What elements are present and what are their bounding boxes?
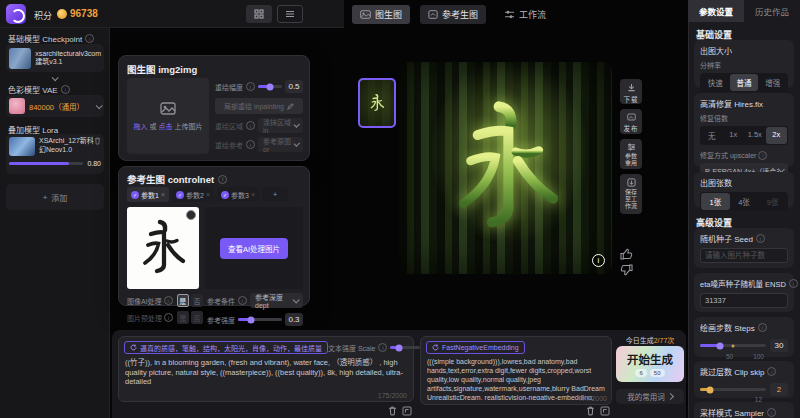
close-icon[interactable]: ×: [161, 191, 165, 198]
info-icon[interactable]: i: [758, 323, 767, 332]
controlnet-panel: 参考生图 controlnet i ✓参数1× ✓参数2× ✓参数3× + 查看…: [118, 166, 310, 306]
pencil-icon: [287, 103, 294, 110]
chevron-right-icon: [667, 393, 674, 400]
info-icon[interactable]: i: [218, 175, 227, 184]
generated-image[interactable]: i: [399, 62, 612, 274]
generate-button[interactable]: 开始生成 6 50: [616, 346, 684, 382]
menu-button[interactable]: [277, 5, 303, 23]
points-value[interactable]: 96738: [70, 8, 98, 19]
negative-prompt-chip[interactable]: FastNegativeEmbedding: [426, 341, 525, 354]
lora-weight[interactable]: 0.80: [87, 160, 101, 167]
close-icon[interactable]: ×: [251, 191, 255, 198]
save-to-workflow-button[interactable]: 保存至工作流: [620, 174, 642, 214]
tab-history[interactable]: 历史作品: [744, 0, 800, 22]
info-icon[interactable]: i: [767, 367, 776, 376]
hires-none[interactable]: 无: [701, 127, 723, 144]
trash-icon[interactable]: [388, 406, 397, 416]
ai-process-yes-button[interactable]: 是: [177, 294, 189, 307]
image-settings-button[interactable]: [186, 210, 196, 220]
download-button[interactable]: 下载: [620, 79, 642, 104]
inpainting-button[interactable]: 局部重绘 inpainting: [215, 98, 303, 114]
positive-char-count: 175/2000: [378, 392, 407, 399]
ai-process-no-button[interactable]: 否: [191, 294, 203, 307]
grid-view-button[interactable]: [246, 5, 272, 23]
hires-15x[interactable]: 1.5x: [744, 127, 766, 144]
steps-slider[interactable]: [700, 344, 766, 347]
steps-value[interactable]: 30: [770, 339, 788, 352]
ensd-input[interactable]: [700, 293, 788, 308]
view-ai-image-button[interactable]: 查看AI处理图片: [220, 238, 288, 259]
positive-prompt-chip[interactable]: 逼真的质感，笔触，结构，太阳光，肖像，动作，最佳质量: [124, 341, 328, 354]
positive-prompt-text[interactable]: ((竹子)), in a blooming garden, (fresh and…: [119, 354, 413, 390]
app-logo[interactable]: [6, 4, 26, 24]
steps-title: 绘画步数 Steps i: [700, 322, 788, 333]
vae-card[interactable]: 840000（通用）: [6, 95, 104, 117]
info-icon[interactable]: i: [789, 279, 798, 288]
info-icon[interactable]: i: [756, 234, 765, 243]
checkpoint-thumbnail: [9, 48, 31, 69]
redraw-area-select[interactable]: 涂抹区域 in: [258, 118, 303, 133]
tab-img2img[interactable]: 图生图: [352, 5, 410, 24]
controlnet-tab-3[interactable]: ✓参数3×: [217, 187, 259, 202]
expand-icon[interactable]: [600, 406, 610, 416]
trash-icon[interactable]: [586, 406, 595, 416]
reuse-params-button[interactable]: 参数重用: [620, 139, 642, 169]
info-icon[interactable]: i: [238, 296, 247, 305]
tab-reference[interactable]: 参考生图: [420, 5, 486, 24]
clip-skip-value[interactable]: 2: [770, 383, 788, 396]
thumbs-up-icon[interactable]: [620, 248, 633, 260]
add-model-button[interactable]: + 添加: [6, 184, 104, 210]
hires-2x[interactable]: 2x: [766, 127, 788, 144]
quota-value: 2/77次: [654, 337, 675, 344]
expand-icon[interactable]: [402, 406, 412, 416]
strength-slider[interactable]: [238, 318, 282, 321]
plus-icon: +: [273, 191, 277, 198]
upload-click-text: 点击: [158, 123, 172, 130]
controlnet-add-tab[interactable]: +: [262, 187, 288, 202]
info-icon[interactable]: i: [164, 296, 173, 305]
condition-select[interactable]: 参考深度 dept: [250, 293, 303, 308]
count-4[interactable]: 4张: [730, 193, 759, 210]
info-icon[interactable]: i: [85, 34, 94, 43]
tab-workflow[interactable]: 工作流: [496, 5, 554, 24]
checkpoint-card[interactable]: xsarchitecturalv3com建筑v3.1: [6, 44, 104, 72]
chevron-down-icon[interactable]: [96, 102, 103, 109]
scale-slider[interactable]: [390, 346, 420, 349]
trash-icon[interactable]: [94, 137, 101, 145]
info-icon[interactable]: i: [61, 85, 70, 94]
info-icon[interactable]: i: [767, 408, 776, 417]
denoise-slider[interactable]: [258, 85, 282, 88]
controlnet-tab-2[interactable]: ✓参数2×: [172, 187, 214, 202]
clip-skip-slider[interactable]: [700, 388, 766, 391]
thumbs-down-icon[interactable]: [620, 264, 633, 276]
close-icon[interactable]: ×: [206, 191, 210, 198]
upload-dropzone[interactable]: 拖入 或 点击 上传图片: [127, 78, 209, 154]
resolution-normal[interactable]: 普通: [730, 74, 759, 91]
resolution-enhanced[interactable]: 增强: [758, 74, 787, 91]
seed-input[interactable]: [700, 248, 788, 263]
negative-prompt-text[interactable]: (((simple background))),lowres,bad anato…: [421, 354, 611, 400]
redraw-ref-select[interactable]: 参考原图 or: [258, 137, 303, 152]
controlnet-tab-1[interactable]: ✓参数1×: [127, 187, 169, 202]
redraw-ref-row: 重绘参考 i 参考原图 or: [215, 137, 303, 152]
strength-value[interactable]: 0.3: [285, 313, 303, 326]
positive-prompt-box[interactable]: 逼真的质感，笔触，结构，太阳光，肖像，动作，最佳质量 文本强度 Scale i …: [118, 336, 414, 402]
reference-image[interactable]: [127, 207, 199, 289]
redraw-ref-label: 重绘参考: [215, 140, 243, 150]
hires-1x[interactable]: 1x: [723, 127, 745, 144]
publish-button[interactable]: 发布: [620, 109, 642, 134]
info-icon[interactable]: i: [758, 151, 767, 160]
redraw-ref-value: 参考原图 or: [263, 136, 294, 153]
hires-title: 高清修复 Hires.fix: [700, 98, 788, 109]
negative-prompt-box[interactable]: FastNegativeEmbedding (((simple backgrou…: [420, 336, 612, 405]
denoise-value[interactable]: 0.5: [285, 80, 303, 93]
image-info-button[interactable]: i: [592, 254, 605, 267]
lora-card[interactable]: XSArchi_127新科幻Neov1.0 0.80: [6, 134, 104, 174]
common-words-button[interactable]: 我的常用词: [616, 389, 684, 404]
info-icon[interactable]: i: [246, 82, 255, 91]
resolution-fast[interactable]: 快速: [701, 74, 730, 91]
count-1[interactable]: 1张: [701, 193, 730, 210]
gallery-thumbnail-selected[interactable]: [358, 78, 396, 128]
tab-parameters[interactable]: 参数设置: [688, 0, 744, 22]
info-icon[interactable]: i: [378, 343, 387, 352]
